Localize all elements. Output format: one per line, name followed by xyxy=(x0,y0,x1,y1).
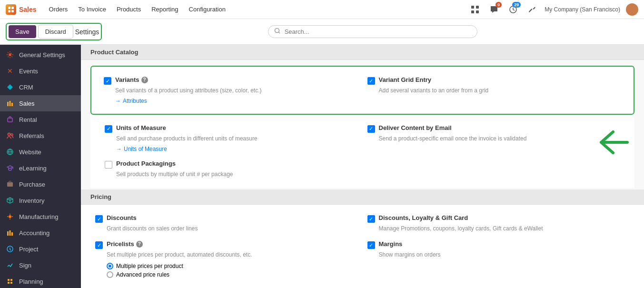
toolbar: Save Discard Settings xyxy=(0,19,644,45)
discounts-setting: ✓ Discounts Grant discounts on sales ord… xyxy=(90,210,363,237)
svg-rect-27 xyxy=(8,282,10,284)
nav-orders[interactable]: Orders xyxy=(44,4,73,15)
sidebar-item-purchase[interactable]: Purchase xyxy=(0,176,81,192)
wrench-icon[interactable] xyxy=(525,3,539,16)
discounts-loyalty-title: Discounts, Loyalty & Gift Card xyxy=(379,214,468,221)
svg-rect-22 xyxy=(10,230,11,236)
sidebar-item-website[interactable]: Website xyxy=(0,144,81,160)
sidebar-planning-label: Planning xyxy=(19,278,43,285)
svg-point-10 xyxy=(9,53,11,56)
sidebar-item-sign[interactable]: Sign xyxy=(0,257,81,273)
pricelists-setting: ✓ Pricelists ? Set multiple prices per p… xyxy=(90,237,363,284)
margins-checkbox[interactable]: ✓ xyxy=(367,241,375,249)
manufacturing-icon xyxy=(6,212,14,221)
discounts-loyalty-checkbox[interactable]: ✓ xyxy=(367,215,375,223)
units-title: Units of Measure xyxy=(116,124,166,131)
avatar[interactable] xyxy=(626,3,638,16)
sidebar-item-accounting[interactable]: Accounting xyxy=(0,225,81,241)
sidebar-elearning-label: eLearning xyxy=(19,165,47,172)
svg-rect-25 xyxy=(8,279,10,281)
referrals-icon xyxy=(6,131,14,140)
svg-rect-19 xyxy=(7,182,13,187)
radio-multiple-prices-btn[interactable] xyxy=(107,263,113,269)
app-logo[interactable]: Sales xyxy=(6,4,37,15)
variants-link-arrow: → xyxy=(115,98,121,104)
radio-advanced-price[interactable]: Advanced price rules xyxy=(107,271,358,278)
discard-button[interactable]: Discard xyxy=(38,25,73,39)
margins-desc: Show margins on orders xyxy=(367,251,630,259)
sidebar: General Settings ✕ Events CRM Sales Rent… xyxy=(0,45,81,288)
radio-advanced-price-btn[interactable] xyxy=(107,271,113,278)
radio-multiple-prices[interactable]: Multiple prices per product xyxy=(107,263,358,269)
discounts-title: Discounts xyxy=(107,214,137,221)
company-name: My Company (San Francisco) xyxy=(545,6,620,13)
svg-rect-6 xyxy=(471,10,474,13)
sidebar-item-manufacturing[interactable]: Manufacturing xyxy=(0,209,81,225)
variants-link[interactable]: → Attributes xyxy=(104,98,358,104)
elearning-icon xyxy=(6,164,14,172)
nav-items: Orders To Invoice Products Reporting Con… xyxy=(44,4,230,15)
chat-icon[interactable]: 0 xyxy=(487,3,501,16)
chat-badge: 0 xyxy=(495,2,502,8)
sidebar-item-sales[interactable]: Sales xyxy=(0,95,81,111)
save-button[interactable]: Save xyxy=(9,25,36,38)
svg-point-16 xyxy=(8,133,10,136)
apps-icon[interactable] xyxy=(468,3,482,16)
deliver-content-desc: Send a product-specific email once the i… xyxy=(367,135,621,143)
nav-products[interactable]: Products xyxy=(112,4,146,15)
sidebar-item-crm[interactable]: CRM xyxy=(0,79,81,95)
website-icon xyxy=(6,148,14,156)
variant-grid-entry-setting: ✓ Variant Grid Entry Add several variant… xyxy=(363,72,626,108)
svg-rect-13 xyxy=(10,101,11,106)
discounts-checkbox[interactable]: ✓ xyxy=(95,215,103,223)
nav-configuration[interactable]: Configuration xyxy=(184,4,230,15)
units-of-measure-setting: ✓ Units of Measure Sell and purchase pro… xyxy=(100,120,363,156)
sidebar-item-inventory[interactable]: Inventory xyxy=(0,192,81,209)
sidebar-item-events[interactable]: ✕ Events xyxy=(0,63,81,79)
general-settings-icon xyxy=(6,50,14,59)
pricelists-checkbox[interactable]: ✓ xyxy=(95,241,103,249)
pricelists-radio-group: Multiple prices per product Advanced pri… xyxy=(95,263,358,278)
svg-marker-11 xyxy=(7,84,13,90)
sidebar-sign-label: Sign xyxy=(19,262,31,269)
svg-rect-1 xyxy=(11,7,14,9)
app-name: Sales xyxy=(19,6,37,13)
sidebar-item-general-settings[interactable]: General Settings xyxy=(0,47,81,63)
sidebar-item-rental[interactable]: Rental xyxy=(0,111,81,128)
variant-grid-entry-checkbox[interactable]: ✓ xyxy=(367,77,375,85)
sales-icon xyxy=(6,99,14,108)
units-checkbox[interactable]: ✓ xyxy=(105,125,112,133)
main-layout: General Settings ✕ Events CRM Sales Rent… xyxy=(0,45,644,288)
events-icon: ✕ xyxy=(6,67,14,75)
pricelists-title: Pricelists ? xyxy=(107,240,143,248)
pricelists-help-icon[interactable]: ? xyxy=(136,241,143,248)
search-input[interactable] xyxy=(285,28,471,35)
top-nav-right: 0 29 My Company (San Francisco) xyxy=(468,3,638,16)
nav-to-invoice[interactable]: To Invoice xyxy=(73,4,111,15)
units-link[interactable]: → Units of Measure xyxy=(105,146,358,152)
top-nav: Sales Orders To Invoice Products Reporti… xyxy=(0,0,644,19)
sidebar-item-project[interactable]: Project xyxy=(0,241,81,257)
deliver-content-checkbox[interactable]: ✓ xyxy=(367,125,375,133)
sidebar-purchase-label: Purchase xyxy=(19,181,45,188)
nav-reporting[interactable]: Reporting xyxy=(147,4,183,15)
sidebar-item-planning[interactable]: Planning xyxy=(0,273,81,288)
pricelists-desc: Set multiple prices per product, automat… xyxy=(95,251,358,259)
product-packagings-checkbox[interactable] xyxy=(105,161,112,169)
logo-icon xyxy=(6,4,16,15)
deliver-content-title: Deliver Content by Email xyxy=(379,124,452,131)
clock-icon[interactable]: 29 xyxy=(506,3,520,16)
margins-setting: ✓ Margins Show margins on orders xyxy=(363,237,635,284)
sidebar-general-settings-label: General Settings xyxy=(19,51,65,59)
variants-checkbox[interactable]: ✓ xyxy=(104,77,111,85)
search-icon xyxy=(274,28,281,36)
svg-rect-5 xyxy=(476,6,479,9)
inventory-icon xyxy=(6,196,14,205)
variant-grid-entry-desc: Add several variants to an order from a … xyxy=(367,87,622,95)
svg-rect-3 xyxy=(11,10,14,12)
variants-help-icon[interactable]: ? xyxy=(141,77,148,83)
sidebar-item-elearning[interactable]: eLearning xyxy=(0,160,81,176)
sidebar-item-referrals[interactable]: Referrals xyxy=(0,128,81,144)
variants-title: Variants ? xyxy=(115,76,148,83)
sidebar-sales-label: Sales xyxy=(19,100,35,107)
